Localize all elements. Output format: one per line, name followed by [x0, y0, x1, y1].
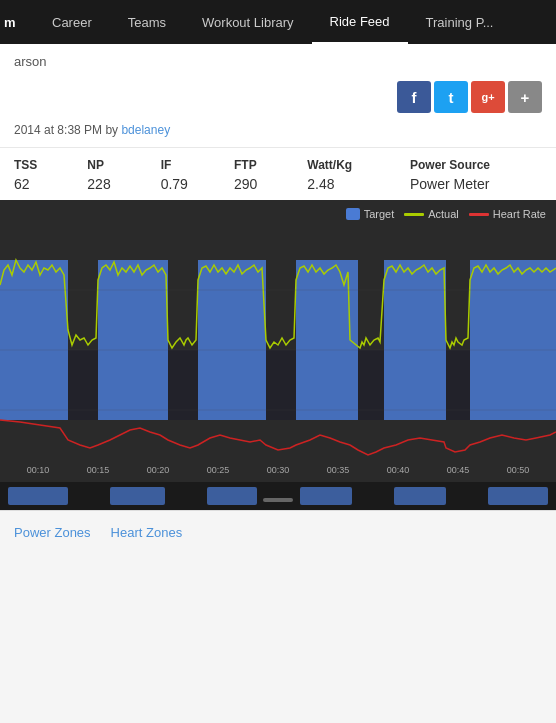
time-label-2: 00:20 — [128, 465, 188, 475]
stat-np-value: 228 — [87, 176, 110, 192]
time-label-0: 00:10 — [8, 465, 68, 475]
nav-ride-feed[interactable]: Ride Feed — [312, 0, 408, 44]
stat-tss-value: 62 — [14, 176, 30, 192]
stat-np-label: NP — [87, 158, 104, 172]
date-line: 2014 at 8:38 PM by bdelaney — [0, 121, 556, 147]
mini-block-2 — [110, 487, 165, 505]
svg-rect-6 — [266, 350, 296, 420]
twitter-button[interactable]: t — [434, 81, 468, 113]
legend-target-label: Target — [364, 208, 395, 220]
stat-tss-label: TSS — [14, 158, 37, 172]
time-label-5: 00:35 — [308, 465, 368, 475]
mini-block-6 — [488, 487, 548, 505]
svg-rect-8 — [358, 350, 384, 420]
stat-tss: TSS 62 — [14, 158, 87, 192]
facebook-button[interactable]: f — [397, 81, 431, 113]
mini-timeline[interactable] — [0, 482, 556, 510]
stat-ftp-label: FTP — [234, 158, 257, 172]
legend-actual-line — [404, 213, 424, 216]
content-area: arson f t g+ + 2014 at 8:38 PM by bdelan… — [0, 44, 556, 554]
stat-ftp-value: 290 — [234, 176, 257, 192]
google-plus-button[interactable]: g+ — [471, 81, 505, 113]
nav-bar: m Career Teams Workout Library Ride Feed… — [0, 0, 556, 44]
time-label-7: 00:45 — [428, 465, 488, 475]
legend-actual: Actual — [404, 208, 459, 220]
svg-rect-2 — [68, 350, 98, 420]
stat-power-source: Power Source Power Meter — [410, 158, 542, 192]
stat-power-source-label: Power Source — [410, 158, 490, 172]
stat-wattkg: Watt/Kg 2.48 — [307, 158, 410, 192]
stat-if: IF 0.79 — [161, 158, 234, 192]
stat-ftp: FTP 290 — [234, 158, 307, 192]
mini-block-4 — [300, 487, 352, 505]
mini-gap-1 — [72, 487, 106, 505]
time-label-8: 00:50 — [488, 465, 548, 475]
svg-rect-1 — [0, 260, 68, 420]
svg-rect-9 — [384, 260, 446, 420]
nav-training-plan[interactable]: Training P... — [408, 0, 512, 44]
legend-actual-label: Actual — [428, 208, 459, 220]
stat-if-label: IF — [161, 158, 172, 172]
svg-rect-11 — [470, 260, 556, 420]
stat-wattkg-label: Watt/Kg — [307, 158, 352, 172]
nav-items: Career Teams Workout Library Ride Feed T… — [34, 0, 511, 44]
power-zones-tab[interactable]: Power Zones — [14, 525, 91, 540]
mini-block-5 — [394, 487, 446, 505]
stat-if-value: 0.79 — [161, 176, 188, 192]
nav-teams[interactable]: Teams — [110, 0, 184, 44]
legend-target: Target — [346, 208, 395, 220]
time-label-4: 00:30 — [248, 465, 308, 475]
chart-svg — [0, 230, 556, 480]
timeline-handle[interactable] — [263, 498, 293, 502]
time-label-6: 00:40 — [368, 465, 428, 475]
legend-heartrate: Heart Rate — [469, 208, 546, 220]
time-label-1: 00:15 — [68, 465, 128, 475]
more-share-button[interactable]: + — [508, 81, 542, 113]
nav-career[interactable]: Career — [34, 0, 110, 44]
mini-gap-5 — [450, 487, 484, 505]
stat-np: NP 228 — [87, 158, 160, 192]
mini-block-1 — [8, 487, 68, 505]
svg-rect-5 — [198, 260, 266, 420]
mini-gap-2 — [169, 487, 203, 505]
time-label-3: 00:25 — [188, 465, 248, 475]
date-text: 2014 at 8:38 PM by — [14, 123, 118, 137]
chart-legend: Target Actual Heart Rate — [346, 208, 546, 220]
chart-container: Target Actual Heart Rate — [0, 200, 556, 510]
user-line: arson — [0, 44, 556, 73]
heart-zones-tab[interactable]: Heart Zones — [111, 525, 183, 540]
username: arson — [14, 54, 47, 69]
stat-wattkg-value: 2.48 — [307, 176, 334, 192]
legend-heartrate-label: Heart Rate — [493, 208, 546, 220]
time-axis: 00:10 00:15 00:20 00:25 00:30 00:35 00:4… — [0, 460, 556, 480]
svg-rect-10 — [446, 350, 470, 420]
mini-block-3 — [207, 487, 257, 505]
nav-workout-library[interactable]: Workout Library — [184, 0, 312, 44]
svg-rect-4 — [168, 350, 198, 420]
nav-logo: m — [4, 15, 24, 30]
bottom-tabs: Power Zones Heart Zones — [0, 510, 556, 554]
legend-target-box — [346, 208, 360, 220]
author-link[interactable]: bdelaney — [121, 123, 170, 137]
legend-heartrate-line — [469, 213, 489, 216]
stats-row: TSS 62 NP 228 IF 0.79 FTP 290 Watt/Kg 2.… — [0, 147, 556, 200]
stat-power-source-value: Power Meter — [410, 176, 489, 192]
svg-rect-3 — [98, 260, 168, 420]
mini-gap-3 — [261, 487, 295, 505]
mini-gap-4 — [356, 487, 390, 505]
social-row: f t g+ + — [0, 73, 556, 121]
